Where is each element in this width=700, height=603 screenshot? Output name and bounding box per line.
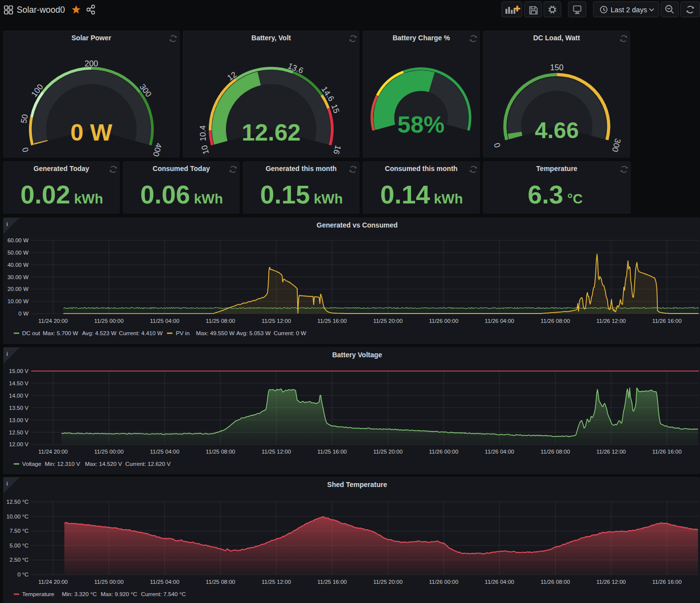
svg-text:Max: 49.550 W: Max: 49.550 W xyxy=(196,330,235,336)
svg-text:14.50 V: 14.50 V xyxy=(9,380,28,386)
svg-text:50: 50 xyxy=(19,114,29,124)
svg-text:Avg: 4.523 W: Avg: 4.523 W xyxy=(82,330,116,336)
svg-text:Current: 7.540 °C: Current: 7.540 °C xyxy=(141,591,186,597)
svg-text:i: i xyxy=(6,481,8,487)
svg-text:10.00 W: 10.00 W xyxy=(7,298,28,304)
svg-text:11/25 12:00: 11/25 12:00 xyxy=(261,318,291,324)
svg-text:11/26 08:00: 11/26 08:00 xyxy=(540,579,570,585)
svg-text:Temperature: Temperature xyxy=(22,591,55,597)
svg-text:11/25 20:00: 11/25 20:00 xyxy=(373,318,403,324)
svg-text:13.00 V: 13.00 V xyxy=(9,417,28,423)
svg-text:200: 200 xyxy=(84,59,98,68)
svg-text:12.62: 12.62 xyxy=(242,119,301,145)
svg-text:Max: 9.920 °C: Max: 9.920 °C xyxy=(101,591,137,597)
svg-text:Solar-wood0: Solar-wood0 xyxy=(17,5,65,15)
svg-text:15.00 V: 15.00 V xyxy=(9,368,28,374)
svg-text:11/24 20:00: 11/24 20:00 xyxy=(38,579,68,585)
svg-text:11/25 04:00: 11/25 04:00 xyxy=(150,449,179,455)
svg-text:0.15: 0.15 xyxy=(260,180,310,209)
svg-text:Solar Power: Solar Power xyxy=(72,34,112,42)
svg-text:11/25 04:00: 11/25 04:00 xyxy=(150,579,179,585)
svg-text:Voltage: Voltage xyxy=(22,460,41,467)
svg-text:0.02: 0.02 xyxy=(21,180,70,209)
svg-text:Current: 4.410 W: Current: 4.410 W xyxy=(119,330,163,336)
svg-text:11/25 20:00: 11/25 20:00 xyxy=(373,579,403,585)
svg-text:11/24 20:00: 11/24 20:00 xyxy=(38,318,68,324)
svg-text:11/25 16:00: 11/25 16:00 xyxy=(317,449,347,455)
svg-text:11/26 00:00: 11/26 00:00 xyxy=(429,318,458,324)
svg-text:Generated vs Consumed: Generated vs Consumed xyxy=(317,221,398,229)
svg-text:kWh: kWh xyxy=(194,191,223,206)
svg-text:0 W: 0 W xyxy=(70,119,112,145)
svg-text:11/26 08:00: 11/26 08:00 xyxy=(540,318,570,324)
svg-text:Battery Charge %: Battery Charge % xyxy=(392,34,450,42)
svg-text:50.00 W: 50.00 W xyxy=(7,250,28,256)
svg-text:kWh: kWh xyxy=(74,191,103,206)
svg-text:14.00 V: 14.00 V xyxy=(9,393,28,399)
svg-text:Min: 3.320 °C: Min: 3.320 °C xyxy=(62,591,97,597)
svg-text:11/26 16:00: 11/26 16:00 xyxy=(652,318,682,324)
svg-text:0 °C: 0 °C xyxy=(18,572,29,577)
svg-text:DC out: DC out xyxy=(22,330,40,336)
svg-text:11/25 12:00: 11/25 12:00 xyxy=(261,449,291,455)
svg-text:11/25 08:00: 11/25 08:00 xyxy=(206,449,235,455)
svg-text:Consumed this month: Consumed this month xyxy=(385,165,458,172)
svg-text:11/26 04:00: 11/26 04:00 xyxy=(485,318,514,324)
svg-text:30.00 W: 30.00 W xyxy=(7,274,28,280)
svg-text:11/25 00:00: 11/25 00:00 xyxy=(94,449,124,455)
svg-text:20.00 W: 20.00 W xyxy=(7,286,28,292)
svg-text:Last 2 days: Last 2 days xyxy=(611,6,647,14)
svg-text:kWh: kWh xyxy=(434,191,463,206)
svg-text:DC Load, Watt: DC Load, Watt xyxy=(533,34,580,42)
svg-text:11/26 04:00: 11/26 04:00 xyxy=(485,449,514,455)
svg-text:150: 150 xyxy=(550,63,564,72)
svg-text:11/24 20:00: 11/24 20:00 xyxy=(38,449,68,455)
svg-text:°C: °C xyxy=(567,191,583,206)
svg-text:Max: 14.520 V: Max: 14.520 V xyxy=(85,460,122,467)
svg-text:11/25 16:00: 11/25 16:00 xyxy=(317,579,347,585)
svg-text:i: i xyxy=(6,351,8,357)
svg-text:11/25 08:00: 11/25 08:00 xyxy=(206,579,235,585)
svg-text:12.50 °C: 12.50 °C xyxy=(6,499,28,505)
svg-text:Temperature: Temperature xyxy=(536,165,578,172)
svg-text:11/26 08:00: 11/26 08:00 xyxy=(540,449,570,455)
svg-text:11/26 04:00: 11/26 04:00 xyxy=(485,579,514,585)
svg-text:11/26 00:00: 11/26 00:00 xyxy=(429,579,458,585)
svg-text:11/26 16:00: 11/26 16:00 xyxy=(652,579,682,585)
svg-text:13.50 V: 13.50 V xyxy=(9,405,28,411)
svg-text:Shed Temperature: Shed Temperature xyxy=(327,481,387,488)
svg-text:7.50 °C: 7.50 °C xyxy=(10,528,28,534)
svg-text:11/25 16:00: 11/25 16:00 xyxy=(317,318,347,324)
svg-text:kWh: kWh xyxy=(314,191,343,206)
svg-text:11/25 04:00: 11/25 04:00 xyxy=(150,318,179,324)
svg-text:Current: 12.620 V: Current: 12.620 V xyxy=(125,460,170,467)
svg-text:11/26 12:00: 11/26 12:00 xyxy=(596,318,626,324)
svg-text:58%: 58% xyxy=(397,112,445,138)
svg-text:2.50 °C: 2.50 °C xyxy=(10,557,28,563)
svg-text:Battery, Volt: Battery, Volt xyxy=(252,34,291,42)
svg-text:5.00 °C: 5.00 °C xyxy=(10,543,28,548)
svg-text:0 W: 0 W xyxy=(19,311,29,316)
svg-text:11/25 00:00: 11/25 00:00 xyxy=(94,579,124,585)
svg-text:Current: 0 W: Current: 0 W xyxy=(274,330,306,336)
svg-text:40.00 W: 40.00 W xyxy=(7,262,28,268)
svg-text:4.66: 4.66 xyxy=(535,117,579,143)
svg-text:11/25 08:00: 11/25 08:00 xyxy=(206,318,235,324)
svg-text:60.00 W: 60.00 W xyxy=(7,237,28,243)
svg-text:11/25 20:00: 11/25 20:00 xyxy=(373,449,403,455)
svg-text:11/25 12:00: 11/25 12:00 xyxy=(261,579,291,585)
svg-text:12.50 V: 12.50 V xyxy=(9,430,28,435)
svg-text:i: i xyxy=(6,221,8,227)
svg-text:0.14: 0.14 xyxy=(380,180,430,209)
svg-text:12.00 V: 12.00 V xyxy=(9,441,28,447)
svg-text:11/26 00:00: 11/26 00:00 xyxy=(429,449,458,455)
svg-text:6.3: 6.3 xyxy=(528,180,563,209)
svg-text:11/26 12:00: 11/26 12:00 xyxy=(596,579,626,585)
svg-text:Generated this month: Generated this month xyxy=(266,165,337,172)
svg-text:11/25 00:00: 11/25 00:00 xyxy=(94,318,124,324)
svg-text:11/26 16:00: 11/26 16:00 xyxy=(652,449,682,455)
svg-text:PV in: PV in xyxy=(176,330,190,336)
svg-text:Generated Today: Generated Today xyxy=(33,165,89,172)
svg-text:Battery Voltage: Battery Voltage xyxy=(332,351,382,359)
svg-text:10.4: 10.4 xyxy=(198,125,207,141)
